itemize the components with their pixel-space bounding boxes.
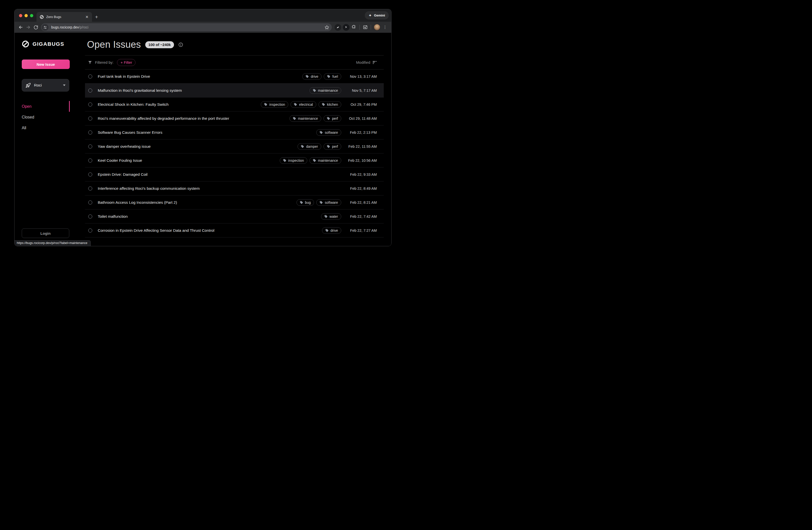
tag-icon bbox=[300, 201, 303, 204]
issue-row[interactable]: Malfunction in Roci's gravitational lens… bbox=[85, 84, 384, 98]
minimize-window-button[interactable] bbox=[25, 14, 28, 17]
sidebar-nav-open[interactable]: Open bbox=[22, 101, 70, 112]
gemini-button[interactable]: ✦ Gemini bbox=[365, 11, 389, 19]
issue-label-bug[interactable]: bug bbox=[296, 199, 314, 206]
issue-label-inspection[interactable]: inspection bbox=[261, 101, 288, 108]
tag-icon bbox=[327, 117, 330, 120]
issue-count-badge: 100 of ~240k bbox=[145, 41, 174, 48]
project-selector[interactable]: Roci bbox=[22, 79, 69, 91]
open-status-circle-icon bbox=[88, 229, 92, 232]
close-window-button[interactable] bbox=[19, 14, 22, 17]
brand[interactable]: GIGABUGS bbox=[22, 40, 85, 48]
issue-modified-date: Feb 22, 7:27 AM bbox=[346, 229, 377, 232]
back-arrow-icon bbox=[18, 25, 23, 30]
chevron-down-icon bbox=[63, 85, 66, 86]
window-controls bbox=[19, 14, 33, 17]
issue-row[interactable]: Keel Cooler Fouling Issueinspectionmaint… bbox=[85, 154, 384, 168]
tag-icon bbox=[293, 117, 296, 120]
gemini-spark-icon: ✦ bbox=[368, 13, 372, 18]
tag-icon bbox=[313, 159, 316, 162]
issue-label-inspection[interactable]: inspection bbox=[280, 157, 307, 164]
new-issue-button[interactable]: New Issue bbox=[22, 59, 70, 69]
issue-labels: drive bbox=[322, 227, 341, 234]
tab-title: Zero Bugs bbox=[46, 15, 84, 19]
label-text: maintenance bbox=[318, 158, 338, 162]
issue-row[interactable]: Toilet malfunctionwaterFeb 22, 7:42 AM bbox=[85, 210, 384, 224]
tab-close-icon[interactable]: ✕ bbox=[84, 14, 89, 19]
gemini-label: Gemini bbox=[374, 14, 385, 17]
issue-title: Roci's maneuverability affected by degra… bbox=[98, 116, 229, 121]
issue-row[interactable]: Yaw damper overheating issuedamperperfFe… bbox=[85, 140, 384, 154]
issue-row[interactable]: Bathroom Access Log Inconsistencies (Par… bbox=[85, 196, 384, 210]
reload-button[interactable] bbox=[32, 24, 40, 31]
issue-label-water[interactable]: water bbox=[321, 213, 341, 220]
label-text: maintenance bbox=[318, 88, 338, 92]
issue-label-maintenance[interactable]: maintenance bbox=[309, 87, 341, 94]
issue-label-software[interactable]: software bbox=[316, 129, 341, 136]
issue-label-maintenance[interactable]: maintenance bbox=[290, 115, 321, 122]
issue-label-software[interactable]: software bbox=[316, 199, 341, 206]
open-status-circle-icon bbox=[88, 172, 92, 176]
sort-control[interactable]: Modified bbox=[356, 60, 377, 65]
issue-modified-date: Nov 5, 7:17 AM bbox=[346, 88, 377, 92]
issue-title: Software Bug Causes Scanner Errors bbox=[98, 130, 162, 135]
issue-label-kitchen[interactable]: kitchen bbox=[319, 101, 341, 108]
filtered-by-label: Filtered by: bbox=[95, 60, 114, 65]
browser-tab[interactable]: Zero Bugs ✕ bbox=[37, 12, 92, 22]
login-button[interactable]: Login bbox=[22, 229, 69, 238]
issue-label-drive[interactable]: drive bbox=[322, 227, 341, 234]
issue-row[interactable]: Roci's maneuverability affected by degra… bbox=[85, 112, 384, 126]
label-text: fuel bbox=[332, 74, 338, 78]
open-status-circle-icon bbox=[88, 215, 92, 218]
site-settings-button[interactable] bbox=[42, 24, 48, 31]
extensions-button[interactable] bbox=[350, 24, 358, 31]
issue-row[interactable]: Corrosion in Epstein Drive Affecting Sen… bbox=[85, 224, 384, 238]
browser-toolbar: bugs.rocicorp.dev/p/roci bbox=[14, 22, 391, 33]
sort-descending-icon bbox=[373, 60, 377, 65]
tag-icon bbox=[327, 75, 331, 78]
issue-label-electrical[interactable]: electrical bbox=[290, 101, 316, 108]
issue-label-fuel[interactable]: fuel bbox=[324, 73, 341, 80]
zoom-window-button[interactable] bbox=[30, 14, 33, 17]
back-button[interactable] bbox=[17, 24, 25, 31]
issue-row[interactable]: Software Bug Causes Scanner Errorssoftwa… bbox=[85, 126, 384, 140]
search-tabs-panel-button[interactable] bbox=[362, 24, 369, 31]
issue-labels: inspectionelectricalkitchen bbox=[261, 101, 341, 108]
issue-title: Keel Cooler Fouling Issue bbox=[98, 158, 142, 163]
issue-modified-date: Feb 22, 7:42 AM bbox=[346, 215, 377, 218]
issue-modified-date: Feb 22, 8:49 AM bbox=[346, 186, 377, 190]
extension-icon-2[interactable] bbox=[343, 24, 349, 31]
issue-label-damper[interactable]: damper bbox=[298, 143, 321, 150]
extension-icon-1[interactable] bbox=[334, 24, 341, 31]
url-bar[interactable]: bugs.rocicorp.dev/p/roci bbox=[41, 23, 332, 31]
open-status-circle-icon bbox=[88, 130, 92, 134]
bookmark-star-icon[interactable] bbox=[324, 25, 329, 30]
issue-title: Malfunction in Roci's gravitational lens… bbox=[98, 88, 182, 93]
info-icon[interactable] bbox=[178, 42, 183, 47]
label-text: maintenance bbox=[298, 116, 318, 120]
add-filter-button[interactable]: + Filter bbox=[117, 59, 135, 66]
profile-avatar[interactable] bbox=[374, 24, 380, 30]
issue-label-perf[interactable]: perf bbox=[323, 143, 341, 150]
tag-icon bbox=[322, 103, 325, 106]
sidebar-nav-all[interactable]: All bbox=[22, 123, 70, 133]
issue-list: Fuel tank leak in Epstein Drivedrivefuel… bbox=[85, 70, 384, 238]
issue-row[interactable]: Electrical Shock in Kitchen: Faulty Swit… bbox=[85, 98, 384, 112]
issue-row[interactable]: Interference affecting Roci's backup com… bbox=[85, 182, 384, 196]
url-host: bugs.rocicorp.dev bbox=[51, 25, 79, 29]
forward-button[interactable] bbox=[25, 24, 32, 31]
forward-arrow-icon bbox=[26, 25, 31, 30]
issue-row[interactable]: Epstein Drive: Damaged CoilFeb 22, 9:33 … bbox=[85, 168, 384, 182]
issue-modified-date: Oct 29, 7:46 PM bbox=[346, 102, 377, 106]
issue-label-drive[interactable]: drive bbox=[302, 73, 321, 80]
issue-label-maintenance[interactable]: maintenance bbox=[309, 157, 341, 164]
tag-icon bbox=[327, 145, 330, 148]
funnel-icon-svg bbox=[88, 60, 92, 65]
issue-title: Electrical Shock in Kitchen: Faulty Swit… bbox=[98, 102, 169, 107]
issue-row[interactable]: Fuel tank leak in Epstein Drivedrivefuel… bbox=[85, 70, 384, 84]
new-tab-button[interactable]: + bbox=[95, 14, 98, 20]
tag-icon bbox=[301, 145, 304, 148]
issue-label-perf[interactable]: perf bbox=[323, 115, 341, 122]
browser-menu-button[interactable]: ⋮ bbox=[381, 24, 389, 31]
sidebar-nav-closed[interactable]: Closed bbox=[22, 112, 70, 123]
